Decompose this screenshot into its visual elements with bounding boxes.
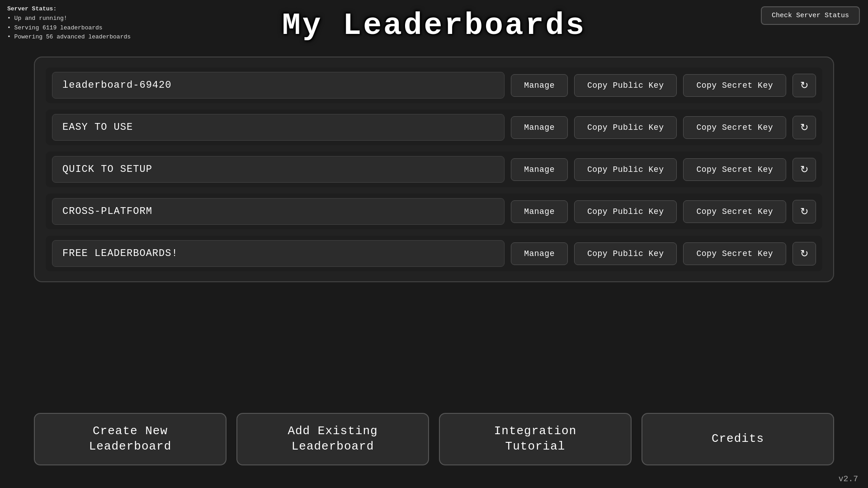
refresh-button-2[interactable]: ↻ [793,158,816,181]
server-status-line-2: • Serving 6119 leaderboards [7,24,131,33]
leaderboard-name-2: QUICK TO SETUP [52,156,505,183]
refresh-button-3[interactable]: ↻ [793,200,816,223]
credits-button[interactable]: Credits [642,413,834,465]
server-status: Server Status: • Up and running! • Servi… [7,5,131,42]
leaderboard-row: CROSS-PLATFORMManageCopy Public KeyCopy … [46,194,822,229]
copy-public-key-button-2[interactable]: Copy Public Key [574,158,677,181]
server-status-line-3: • Powering 56 advanced leaderboards [7,33,131,42]
copy-secret-key-button-2[interactable]: Copy Secret Key [683,158,786,181]
leaderboard-name-3: CROSS-PLATFORM [52,198,505,225]
version-label: v2.7 [839,474,858,483]
leaderboard-name-1: EASY TO USE [52,114,505,141]
copy-public-key-button-0[interactable]: Copy Public Key [574,74,677,97]
main-title: My Leaderboards [282,8,586,43]
refresh-button-1[interactable]: ↻ [793,116,816,139]
copy-secret-key-button-0[interactable]: Copy Secret Key [683,74,786,97]
copy-secret-key-button-4[interactable]: Copy Secret Key [683,242,786,265]
bottom-buttons-container: Create NewLeaderboardAdd ExistingLeaderb… [34,413,834,465]
leaderboard-name-4: FREE LEADERBOARDS! [52,240,505,267]
manage-button-2[interactable]: Manage [511,158,568,181]
refresh-button-4[interactable]: ↻ [793,242,816,265]
add-existing-button[interactable]: Add ExistingLeaderboard [236,413,429,465]
server-status-title: Server Status: [7,5,131,14]
integration-tutorial-button[interactable]: IntegrationTutorial [439,413,632,465]
manage-button-3[interactable]: Manage [511,200,568,223]
server-status-line-1: • Up and running! [7,14,131,24]
leaderboard-name-0: leaderboard-69420 [52,72,505,99]
copy-public-key-button-3[interactable]: Copy Public Key [574,200,677,223]
create-new-button[interactable]: Create NewLeaderboard [34,413,226,465]
leaderboard-row: FREE LEADERBOARDS!ManageCopy Public KeyC… [46,236,822,271]
manage-button-1[interactable]: Manage [511,116,568,139]
copy-secret-key-button-3[interactable]: Copy Secret Key [683,200,786,223]
copy-secret-key-button-1[interactable]: Copy Secret Key [683,116,786,139]
copy-public-key-button-1[interactable]: Copy Public Key [574,116,677,139]
refresh-button-0[interactable]: ↻ [793,74,816,97]
leaderboard-row: QUICK TO SETUPManageCopy Public KeyCopy … [46,152,822,187]
leaderboard-row: leaderboard-69420ManageCopy Public KeyCo… [46,67,822,103]
leaderboards-panel: leaderboard-69420ManageCopy Public KeyCo… [34,57,834,282]
manage-button-0[interactable]: Manage [511,74,568,97]
copy-public-key-button-4[interactable]: Copy Public Key [574,242,677,265]
manage-button-4[interactable]: Manage [511,242,568,265]
leaderboard-row: EASY TO USEManageCopy Public KeyCopy Sec… [46,109,822,145]
check-server-status-button[interactable]: Check Server Status [761,6,860,25]
